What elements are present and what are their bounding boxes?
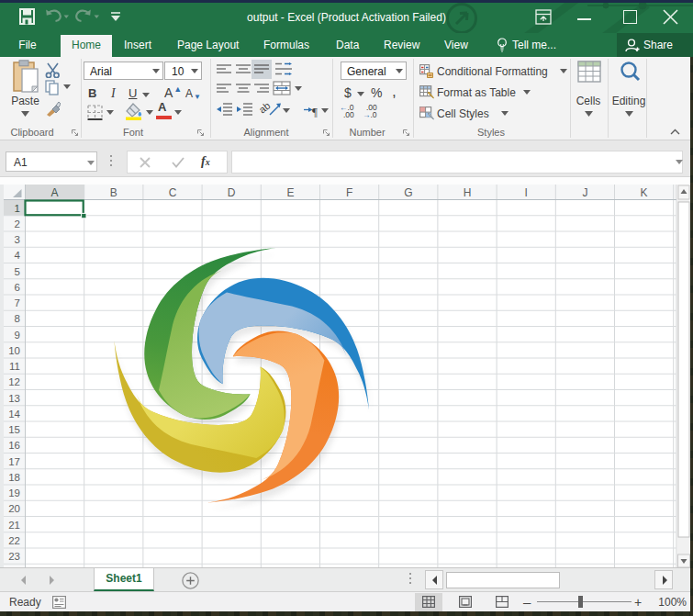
svg-text:7: 7 (15, 297, 20, 308)
svg-text:H: H (464, 186, 472, 199)
svg-text:20: 20 (8, 503, 20, 514)
svg-text:I: I (525, 186, 528, 199)
svg-text:8: 8 (15, 313, 20, 324)
svg-text:9: 9 (15, 330, 20, 341)
svg-text:6: 6 (15, 282, 20, 293)
svg-text:K: K (641, 186, 648, 199)
svg-text:22: 22 (8, 535, 20, 546)
svg-text:11: 11 (9, 361, 20, 372)
svg-text:13: 13 (8, 393, 20, 404)
svg-text:4: 4 (15, 250, 21, 261)
svg-text:G: G (404, 186, 412, 199)
svg-text:F: F (346, 186, 352, 199)
svg-text:21: 21 (8, 520, 20, 531)
svg-text:18: 18 (8, 472, 20, 483)
svg-text:D: D (228, 186, 236, 199)
svg-text:23: 23 (8, 551, 20, 562)
svg-text:19: 19 (8, 487, 20, 498)
svg-text:A: A (51, 186, 59, 199)
svg-text:10: 10 (8, 345, 20, 356)
svg-text:1: 1 (15, 203, 20, 214)
svg-text:14: 14 (8, 409, 20, 420)
svg-text:17: 17 (8, 456, 20, 467)
svg-text:J: J (582, 186, 587, 199)
svg-text:B: B (110, 186, 117, 199)
svg-text:12: 12 (8, 376, 20, 387)
svg-text:16: 16 (8, 440, 20, 451)
svg-text:E: E (286, 186, 294, 199)
svg-text:2: 2 (15, 218, 20, 230)
svg-text:¶: ¶ (312, 105, 318, 118)
svg-text:3: 3 (15, 234, 20, 245)
svg-text:15: 15 (8, 424, 20, 435)
svg-text:5: 5 (15, 266, 20, 277)
svg-text:C: C (169, 186, 177, 199)
